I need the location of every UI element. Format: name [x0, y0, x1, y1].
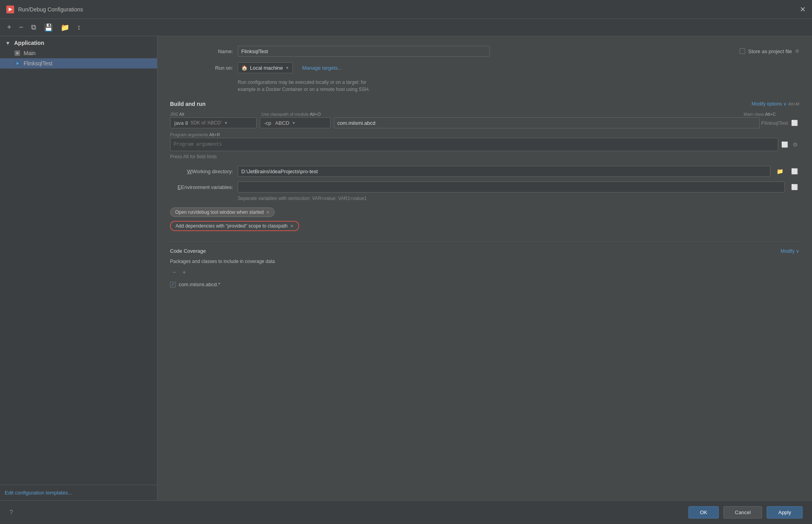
working-dir-label: WWorking directory:: [170, 168, 233, 174]
environment-variables-row: EEnvironment variables: ⬜: [170, 181, 799, 193]
main-content: ▼ Application Main FlinksqlTest Edit con…: [0, 36, 812, 500]
gear-icon[interactable]: ⚙: [795, 48, 799, 54]
dropdown-arrow-icon: ▼: [285, 66, 289, 70]
add-deps-tag-row: Add dependencies with "provided" scope t…: [170, 221, 799, 231]
progargs-hint: Program arguments Alt+R: [170, 132, 220, 137]
sidebar-item-flinksqltest[interactable]: FlinksqlTest: [0, 58, 157, 69]
mini-toolbar: − +: [170, 268, 799, 277]
open-tool-window-tag: Open run/debug tool window when started …: [170, 207, 275, 217]
classpath-hint: Use classpath of module Alt+O: [260, 112, 740, 117]
environment-variables-input[interactable]: [238, 181, 785, 193]
sidebar-main-label: Main: [24, 50, 35, 56]
program-arguments-input[interactable]: [170, 138, 778, 151]
sidebar-footer: Edit configuration templates...: [0, 485, 157, 500]
code-coverage-header: Code Coverage Modify ∨: [170, 248, 799, 254]
run-on-label: Run on:: [170, 65, 233, 71]
store-as-project-checkbox[interactable]: [740, 48, 745, 54]
app-icon: ▶: [6, 6, 14, 13]
add-dependencies-tag: Add dependencies with "provided" scope t…: [170, 221, 299, 231]
modify-options-link[interactable]: Modify options ∨ Alt+M: [752, 101, 800, 107]
coverage-remove-button[interactable]: −: [170, 268, 178, 277]
name-row: Name: Store as project file ⚙: [170, 46, 799, 57]
sidebar: ▼ Application Main FlinksqlTest Edit con…: [0, 36, 157, 500]
ok-button[interactable]: OK: [688, 506, 719, 518]
main-class-row: FlinksqlTest ⬜: [334, 117, 799, 128]
name-input[interactable]: [238, 46, 490, 57]
edit-templates-link[interactable]: Edit configuration templates...: [5, 490, 72, 496]
modify-coverage-link[interactable]: Modify ∨: [781, 248, 799, 254]
env-vars-label: EEnvironment variables:: [170, 184, 233, 190]
coverage-add-button[interactable]: +: [180, 268, 188, 277]
progargs-hints-row: Program arguments Alt+R: [170, 132, 799, 137]
close-icon[interactable]: ✕: [800, 5, 806, 14]
manage-targets-link[interactable]: Manage targets...: [302, 65, 342, 71]
progargs-expand-icon[interactable]: ⬜: [780, 141, 790, 148]
sidebar-flinksqltest-label: FlinksqlTest: [24, 60, 52, 67]
working-dir-expand-icon[interactable]: ⬜: [790, 167, 799, 175]
remove-button[interactable]: −: [17, 22, 26, 32]
local-machine-text: Local machine: [250, 65, 283, 71]
name-label: Name:: [170, 48, 233, 54]
progargs-row: ⬜ ⚙: [170, 138, 799, 151]
run-config-active-icon: [14, 60, 20, 67]
window: ▶ Run/Debug Configurations ✕ + − ⧉ 💾 📁 ↕…: [0, 0, 812, 524]
hints-row: JRE Alt Use classpath of module Alt+O Ma…: [170, 112, 799, 117]
progargs-extra-icon[interactable]: ⚙: [791, 141, 799, 148]
sort-button[interactable]: ↕: [75, 22, 83, 32]
copy-button[interactable]: ⧉: [29, 22, 39, 32]
apply-button[interactable]: Apply: [767, 506, 803, 518]
title-bar: ▶ Run/Debug Configurations ✕: [0, 0, 812, 19]
folder-icon: ▼: [5, 40, 11, 46]
run-config-icon: [14, 50, 20, 56]
section-divider: [170, 241, 799, 242]
main-class-name: FlinksqlTest: [761, 120, 788, 126]
house-icon: 🏠: [241, 65, 248, 71]
build-run-header: Build and run Modify options ∨ Alt+M: [170, 101, 799, 107]
working-directory-input[interactable]: [238, 166, 770, 177]
main-class-expand-icon[interactable]: ⬜: [790, 119, 799, 127]
coverage-item-checkbox[interactable]: [170, 282, 176, 287]
build-run-title: Build and run: [170, 101, 205, 107]
code-coverage-title: Code Coverage: [170, 248, 206, 254]
packages-label: Packages and classes to include in cover…: [170, 259, 799, 264]
java-label: java 8: [174, 120, 188, 126]
press-alt-hint: Press Alt for field hints: [170, 154, 799, 159]
sidebar-item-main[interactable]: Main: [0, 48, 157, 58]
add-button[interactable]: +: [5, 22, 14, 32]
main-class-input[interactable]: [334, 117, 760, 128]
local-machine-dropdown[interactable]: 🏠 Local machine ▼: [238, 62, 293, 73]
coverage-item-row: com.miismi.abcd.*: [170, 281, 799, 287]
cancel-button[interactable]: Cancel: [723, 506, 762, 518]
store-as-project-row: Store as project file ⚙: [740, 48, 799, 54]
toolbar: + − ⧉ 💾 📁 ↕: [0, 19, 812, 36]
store-as-project-label: Store as project file: [748, 48, 792, 54]
classpath-dropdown[interactable]: -cp ABCD ▼: [260, 117, 331, 128]
working-dir-folder-icon[interactable]: 📁: [775, 167, 785, 175]
open-tool-window-close-icon[interactable]: ✕: [266, 210, 270, 215]
add-dependencies-close-icon[interactable]: ✕: [290, 224, 294, 229]
save-button[interactable]: 💾: [42, 22, 55, 33]
dialog-footer: ? OK Cancel Apply: [0, 500, 812, 524]
java-version-dropdown[interactable]: java 8 SDK of 'ABCD' ▼: [170, 117, 257, 128]
env-expand-icon[interactable]: ⬜: [790, 183, 799, 191]
mainclass-hint: Main class Alt+C: [744, 112, 799, 117]
working-directory-row: WWorking directory: 📁 ⬜: [170, 166, 799, 177]
java-dropdown-arrow-icon: ▼: [224, 121, 228, 125]
run-on-row: Run on: 🏠 Local machine ▼ Manage targets…: [170, 62, 799, 73]
env-sep-text: Separate variables with semicolon: VAR=v…: [238, 196, 799, 201]
sidebar-item-application[interactable]: ▼ Application: [0, 38, 157, 48]
sidebar-application-label: Application: [14, 40, 44, 46]
classpath-dropdown-arrow-icon: ▼: [292, 121, 296, 125]
info-text: Run configurations may be executed local…: [238, 79, 799, 93]
help-button[interactable]: ?: [9, 509, 13, 516]
jre-hint: JRE Alt: [170, 112, 257, 117]
config-panel: Name: Store as project file ⚙ Run on: 🏠 …: [157, 36, 812, 500]
tags-row: Open run/debug tool window when started …: [170, 207, 799, 217]
build-run-row: java 8 SDK of 'ABCD' ▼ -cp ABCD ▼ Flinks…: [170, 117, 799, 128]
coverage-package-item: com.miismi.abcd.*: [179, 281, 220, 287]
window-title: Run/Debug Configurations: [18, 6, 800, 13]
move-button[interactable]: 📁: [58, 22, 72, 33]
modify-shortcut: Alt+M: [788, 102, 799, 106]
